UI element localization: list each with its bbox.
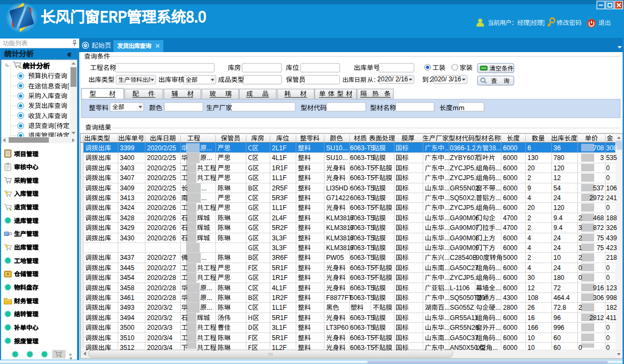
svg-text:6063-T5: 6063-T5 — [350, 154, 374, 162]
svg-text:3: 3 — [600, 154, 604, 162]
svg-text:3409: 3409 — [120, 184, 135, 192]
svg-text:2: 2 — [527, 224, 531, 232]
svg-text:2020/2/25: 2020/2/25 — [147, 154, 176, 162]
svg-text:ZYCJP5...: ZYCJP5... — [450, 174, 480, 182]
svg-text:2: 2 — [527, 254, 531, 261]
svg-text:6000: 6000 — [503, 204, 518, 212]
svg-text:20: 20 — [527, 164, 535, 172]
svg-text:108: 108 — [527, 294, 538, 302]
svg-text:3430: 3430 — [120, 234, 135, 242]
svg-text:3493: 3493 — [120, 304, 135, 311]
svg-text:120: 120 — [553, 164, 564, 172]
svg-text:GA90M06.: GA90M06. — [450, 214, 481, 222]
svg-text:1R1F: 1R1F — [272, 274, 288, 282]
svg-text:SG055Z: SG055Z — [450, 304, 474, 311]
svg-text:3458: 3458 — [120, 284, 135, 292]
svg-text:916: 916 — [593, 284, 604, 292]
svg-text:0: 0 — [606, 264, 610, 272]
svg-text:26: 26 — [527, 304, 535, 311]
svg-text:468: 468 — [593, 214, 604, 222]
svg-text:3L3F: 3L3F — [272, 234, 286, 242]
svg-text:3429: 3429 — [120, 224, 135, 232]
svg-text:6000: 6000 — [503, 154, 518, 162]
svg-text:2: 2 — [578, 234, 582, 242]
svg-text:2020/2/28: 2020/2/28 — [147, 274, 176, 282]
svg-text:3510: 3510 — [120, 334, 135, 342]
svg-text:4: 4 — [527, 234, 531, 242]
svg-text:2R5F: 2R5F — [272, 184, 288, 192]
svg-text:PW05: PW05 — [326, 254, 344, 261]
svg-text:123: 123 — [606, 284, 617, 292]
svg-text:2020/3/4: 2020/3/4 — [147, 334, 173, 342]
svg-text:6000: 6000 — [503, 184, 518, 192]
svg-text:4700: 4700 — [503, 224, 518, 232]
svg-text:4L1F: 4L1F — [272, 284, 286, 292]
svg-text:96: 96 — [553, 314, 561, 322]
svg-text:3461: 3461 — [120, 294, 135, 302]
svg-text:2: 2 — [578, 214, 582, 222]
svg-text:2020/2/26: 2020/2/26 — [147, 194, 176, 202]
svg-text:GA90M09.: GA90M09. — [450, 244, 481, 252]
svg-text:241: 241 — [606, 194, 617, 202]
svg-text:ZYCJP5...: ZYCJP5... — [450, 204, 480, 212]
svg-text:2812: 2812 — [589, 314, 604, 322]
svg-text:72: 72 — [553, 284, 561, 292]
svg-text:0: 0 — [578, 264, 582, 272]
svg-text:6000: 6000 — [503, 194, 518, 202]
svg-text:6000: 6000 — [503, 234, 518, 242]
svg-text:2020/2/25: 2020/2/25 — [147, 164, 176, 172]
svg-text:872: 872 — [593, 224, 604, 232]
svg-text:24: 24 — [553, 264, 561, 272]
svg-text:3424: 3424 — [120, 204, 135, 212]
svg-text:2020/2/27: 2020/2/27 — [147, 264, 176, 272]
svg-text:3: 3 — [578, 224, 582, 232]
svg-text:2020/2/25: 2020/2/25 — [147, 174, 176, 182]
svg-text:2020/3/2: 2020/3/2 — [147, 304, 173, 311]
svg-text:SU10...: SU10... — [326, 154, 348, 162]
svg-text:F8877FT: F8877FT — [326, 294, 353, 302]
svg-text:3L1F: 3L1F — [272, 324, 286, 331]
svg-text:998: 998 — [606, 294, 617, 302]
svg-text:3454: 3454 — [120, 274, 135, 282]
svg-text:5R1F: 5R1F — [272, 314, 288, 322]
svg-text:6063-T5: 6063-T5 — [350, 174, 374, 182]
svg-text:24: 24 — [553, 194, 561, 202]
svg-text:24: 24 — [553, 244, 561, 252]
svg-text:6063-T5: 6063-T5 — [350, 314, 374, 322]
svg-text:1L2F: 1L2F — [272, 344, 286, 352]
svg-text:ZYCJP5...: ZYCJP5... — [450, 164, 480, 172]
svg-text:6000: 6000 — [503, 344, 518, 352]
svg-text:4: 4 — [527, 194, 531, 202]
svg-text:2020/2/25: 2020/2/25 — [147, 144, 176, 152]
svg-text:9.4: 9.4 — [553, 214, 563, 222]
svg-text:GR55A11: GR55A11 — [450, 314, 478, 322]
svg-text:6000: 6000 — [503, 144, 518, 152]
svg-text:3413: 3413 — [120, 194, 135, 202]
svg-text:1R1F: 1R1F — [272, 164, 288, 172]
svg-text:0: 0 — [606, 164, 610, 172]
svg-text:1L1F: 1L1F — [272, 204, 286, 212]
svg-text:6000: 6000 — [503, 164, 518, 172]
svg-text:2972: 2972 — [589, 194, 604, 202]
svg-text:L-1106: L-1106 — [450, 284, 470, 292]
svg-text:2: 2 — [527, 174, 531, 182]
svg-text:708: 708 — [593, 144, 604, 152]
svg-text:0366-1.2: 0366-1.2 — [450, 144, 476, 152]
svg-text:3500: 3500 — [120, 324, 135, 331]
svg-text:120: 120 — [553, 204, 564, 212]
svg-text:0: 0 — [606, 274, 610, 282]
svg-text:2020/3/4: 2020/3/4 — [147, 344, 173, 352]
svg-text:1L1F: 1L1F — [272, 174, 286, 182]
svg-text:1: 1 — [578, 244, 582, 252]
svg-text:60: 60 — [553, 344, 561, 352]
svg-text:20: 20 — [527, 204, 535, 212]
svg-text:GR55N26: GR55N26 — [450, 324, 479, 331]
svg-text:0: 0 — [606, 174, 610, 182]
svg-text:36: 36 — [553, 144, 561, 152]
svg-text:4: 4 — [527, 264, 531, 272]
svg-text:10: 10 — [553, 254, 561, 261]
svg-text:411: 411 — [606, 314, 616, 322]
svg-text:2020/2/26: 2020/2/26 — [147, 204, 176, 212]
svg-text:5R1F: 5R1F — [272, 264, 288, 272]
svg-text:3512: 3512 — [120, 344, 135, 352]
